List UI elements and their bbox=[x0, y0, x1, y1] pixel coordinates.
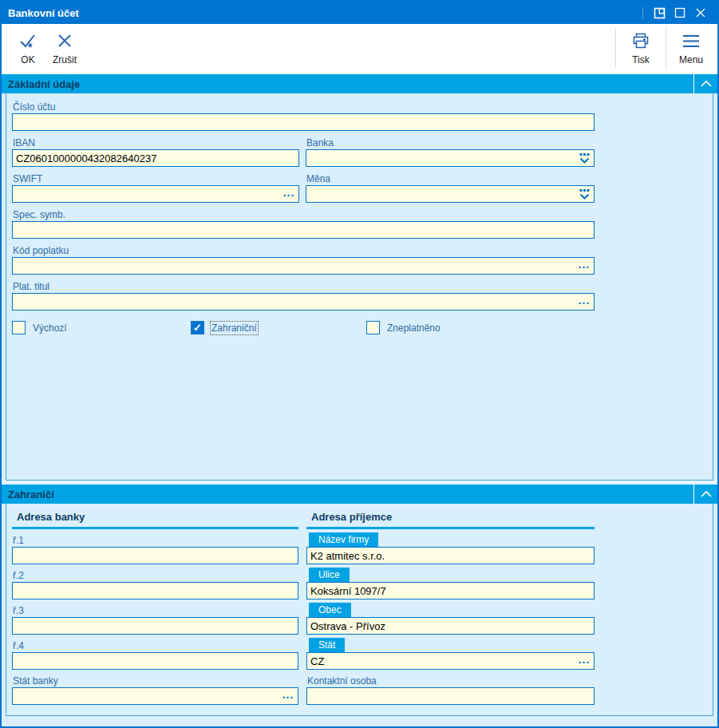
column-underline bbox=[306, 527, 595, 529]
checkbox-row: Výchozí Zahraniční Zneplatněno bbox=[12, 321, 595, 334]
bank-account-window: Bankovní účet * bbox=[0, 0, 719, 728]
company-name-badge: Název firmy bbox=[309, 532, 378, 547]
menu-button[interactable]: Menu bbox=[673, 24, 709, 72]
street-input[interactable] bbox=[306, 582, 595, 599]
country-group: Stát ... bbox=[306, 638, 595, 670]
title-bar: Bankovní účet bbox=[2, 2, 717, 24]
bank-country-label: Stát banky bbox=[13, 675, 58, 686]
country-lookup-button[interactable]: ... bbox=[575, 653, 594, 669]
bank-line4-input[interactable] bbox=[12, 652, 298, 670]
cancel-button[interactable]: Zrušit bbox=[46, 24, 83, 72]
swift-lookup-button[interactable]: ... bbox=[279, 186, 298, 202]
account-number-input[interactable] bbox=[12, 113, 595, 131]
fee-code-label: Kód poplatku bbox=[13, 245, 595, 256]
bank-line2-input[interactable] bbox=[12, 582, 298, 599]
bank-line1-input[interactable] bbox=[12, 547, 298, 564]
column-underline bbox=[12, 527, 298, 529]
combo-dropdown-icon bbox=[579, 152, 591, 164]
ok-button[interactable]: * OK bbox=[10, 24, 46, 72]
swift-group: SWIFT ... bbox=[12, 173, 299, 203]
close-button[interactable] bbox=[690, 3, 711, 22]
company-name-group: Název firmy bbox=[306, 532, 595, 564]
city-group: Obec bbox=[306, 603, 595, 635]
line3-label: ř.3 bbox=[13, 605, 24, 616]
contact-person-input[interactable] bbox=[306, 687, 595, 705]
invalidated-checkbox[interactable]: Zneplatněno bbox=[366, 321, 440, 334]
iban-input[interactable] bbox=[12, 149, 299, 167]
bank-line3-input[interactable] bbox=[12, 617, 298, 635]
basic-section-collapse-button[interactable] bbox=[693, 74, 717, 93]
foreign-section-title: Zahraničí bbox=[2, 489, 693, 500]
print-label: Tisk bbox=[632, 54, 650, 65]
bank-dropdown-button[interactable] bbox=[575, 150, 594, 166]
contact-person-label: Kontaktní osoba bbox=[307, 675, 377, 686]
ellipsis-icon: ... bbox=[283, 190, 295, 199]
account-number-label: Číslo účtu bbox=[13, 101, 595, 113]
currency-input[interactable] bbox=[306, 185, 595, 203]
titlebar-separator bbox=[642, 7, 643, 19]
country-badge: Stát bbox=[309, 638, 345, 652]
street-badge: Ulice bbox=[309, 568, 350, 582]
bank-input[interactable] bbox=[306, 149, 595, 167]
fee-code-lookup-button[interactable]: ... bbox=[575, 258, 594, 274]
cancel-x-icon bbox=[54, 31, 75, 52]
fee-code-input[interactable] bbox=[12, 257, 595, 275]
iban-group: IBAN bbox=[12, 137, 299, 167]
spec-symbol-input[interactable] bbox=[12, 221, 595, 239]
payment-title-input[interactable] bbox=[12, 293, 595, 311]
bank-label: Banka bbox=[306, 137, 595, 148]
close-icon bbox=[695, 7, 706, 18]
fee-code-group: Kód poplatku ... bbox=[12, 245, 595, 275]
toolbar-separator bbox=[666, 28, 666, 68]
line2-label: ř.2 bbox=[13, 570, 24, 581]
toolbar-spacer bbox=[83, 24, 609, 72]
svg-text:*: * bbox=[28, 41, 33, 52]
company-name-input[interactable] bbox=[306, 547, 595, 564]
payment-title-lookup-button[interactable]: ... bbox=[575, 294, 594, 310]
line1-label: ř.1 bbox=[13, 535, 24, 546]
bank-address-header: Adresa banky bbox=[17, 511, 298, 523]
window-controls bbox=[642, 3, 717, 22]
swift-input[interactable] bbox=[12, 185, 299, 203]
printer-icon bbox=[630, 31, 651, 52]
country-input[interactable] bbox=[306, 652, 595, 670]
toolbar-separator bbox=[615, 28, 616, 68]
invalidated-checkbox-label: Zneplatněno bbox=[387, 322, 440, 334]
bank-country-lookup-button[interactable]: ... bbox=[279, 688, 298, 704]
window-title: Bankovní účet bbox=[2, 7, 642, 19]
dock-window-icon bbox=[654, 7, 666, 19]
default-checkbox-label: Výchozí bbox=[33, 322, 67, 334]
spec-symbol-label: Spec. symb. bbox=[13, 209, 595, 220]
street-group: Ulice bbox=[306, 568, 595, 599]
print-button[interactable]: Tisk bbox=[622, 24, 659, 72]
checkbox-icon[interactable] bbox=[12, 321, 26, 334]
bank-address-row-1: ř.1 bbox=[12, 532, 298, 564]
ellipsis-icon: ... bbox=[579, 262, 591, 271]
checkbox-icon[interactable] bbox=[191, 321, 204, 334]
ok-label: OK bbox=[21, 54, 34, 65]
toolbar: * OK Zrušit Tisk bbox=[2, 24, 717, 74]
basic-section-title: Základní údaje bbox=[2, 78, 693, 90]
currency-group: Měna bbox=[306, 173, 595, 203]
city-input[interactable] bbox=[306, 617, 595, 635]
ok-check-icon: * bbox=[18, 31, 38, 52]
city-badge: Obec bbox=[309, 603, 351, 617]
currency-label: Měna bbox=[306, 173, 595, 184]
iban-label: IBAN bbox=[13, 137, 299, 148]
checkbox-icon[interactable] bbox=[366, 321, 380, 334]
currency-dropdown-button[interactable] bbox=[575, 186, 594, 202]
foreign-section-collapse-button[interactable] bbox=[693, 485, 717, 504]
spec-symbol-group: Spec. symb. bbox=[12, 209, 595, 239]
maximize-button[interactable] bbox=[670, 3, 690, 22]
recipient-address-header: Adresa příjemce bbox=[311, 511, 595, 523]
foreign-checkbox[interactable]: Zahraniční bbox=[191, 321, 366, 334]
bank-country-group: Stát banky ... bbox=[12, 673, 298, 705]
window-bottom-padding bbox=[2, 716, 717, 726]
menu-label: Menu bbox=[679, 54, 703, 65]
chevron-up-icon bbox=[700, 79, 713, 89]
bank-country-input[interactable] bbox=[12, 687, 298, 705]
bank-address-row-3: ř.3 bbox=[12, 603, 298, 635]
default-checkbox[interactable]: Výchozí bbox=[12, 321, 191, 334]
dock-window-button[interactable] bbox=[649, 3, 670, 22]
line4-label: ř.4 bbox=[13, 640, 24, 651]
